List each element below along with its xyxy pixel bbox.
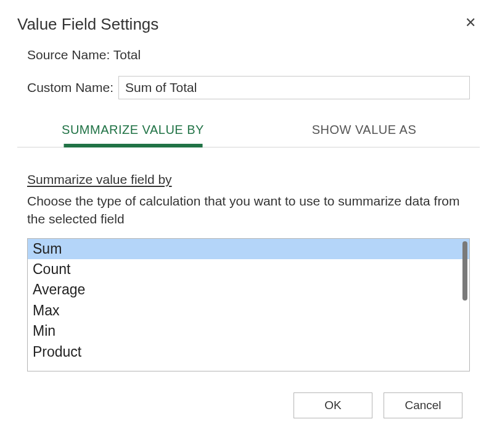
custom-name-row: Custom Name: [27, 76, 470, 99]
close-icon[interactable]: ✕ [461, 15, 480, 31]
source-name-label: Source Name: [27, 48, 110, 62]
dialog-footer: OK Cancel [17, 371, 480, 418]
section-description: Choose the type of calculation that you … [27, 192, 470, 228]
dialog-title: Value Field Settings [17, 15, 158, 34]
list-item[interactable]: Max [28, 301, 469, 321]
calculation-listbox[interactable]: SumCountAverageMaxMinProduct [27, 238, 470, 371]
custom-name-input[interactable] [118, 76, 470, 99]
source-name-row: Source Name: Total [27, 48, 470, 62]
calculation-list: SumCountAverageMaxMinProduct [28, 239, 469, 371]
custom-name-label: Custom Name: [27, 80, 113, 95]
list-item[interactable]: Min [28, 321, 469, 341]
list-item[interactable]: Product [28, 342, 469, 362]
ok-button[interactable]: OK [294, 392, 372, 418]
section-title: Summarize value field by [27, 172, 470, 187]
dialog-content: Source Name: Total Custom Name: SUMMARIZ… [17, 34, 480, 371]
list-item[interactable]: Sum [28, 239, 469, 259]
tabs: SUMMARIZE VALUE BY SHOW VALUE AS [17, 115, 480, 147]
tab-summarize-value-by[interactable]: SUMMARIZE VALUE BY [17, 115, 248, 147]
list-item[interactable]: Count [28, 259, 469, 280]
tab-show-value-as[interactable]: SHOW VALUE AS [248, 115, 480, 147]
scrollbar-thumb[interactable] [462, 241, 467, 301]
source-name-value: Total [113, 48, 141, 62]
dialog-header: Value Field Settings ✕ [17, 15, 480, 34]
cancel-button[interactable]: Cancel [384, 392, 462, 418]
list-item[interactable]: Average [28, 280, 469, 300]
value-field-settings-dialog: Value Field Settings ✕ Source Name: Tota… [0, 0, 497, 433]
